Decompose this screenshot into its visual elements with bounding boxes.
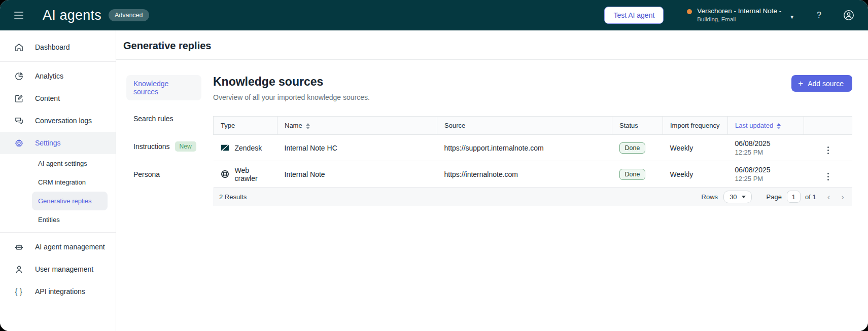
sidebar-subitem-label: Entities xyxy=(38,216,60,224)
sidebar-subitem-label: Generative replies xyxy=(38,197,92,205)
sort-icon xyxy=(777,123,781,129)
updated-date: 06/08/2025 xyxy=(735,166,797,174)
knowledge-sources-table: Type Name Source Status Import frequency… xyxy=(213,116,852,188)
updated-time: 12:25 PM xyxy=(735,149,797,156)
new-badge: New xyxy=(175,141,196,152)
column-header-name[interactable]: Name xyxy=(277,117,437,135)
column-label: Import frequency xyxy=(670,122,720,129)
page-total: of 1 xyxy=(805,193,816,201)
globe-icon xyxy=(221,170,229,178)
account-name: Verschoren - Internal Note - xyxy=(697,7,781,16)
tab-label: Persona xyxy=(133,170,160,178)
sidebar-divider xyxy=(0,232,116,233)
source-type: Web crawler xyxy=(235,166,270,182)
plan-badge: Advanced xyxy=(109,9,149,21)
previous-page-button[interactable]: ‹ xyxy=(827,193,830,201)
hamburger-menu-icon[interactable] xyxy=(14,12,23,19)
import-frequency: Weekly xyxy=(663,161,728,188)
sidebar-subitem-label: CRM integration xyxy=(38,178,86,186)
sidebar-subitem-ai-agent-settings[interactable]: AI agent settings xyxy=(0,154,116,173)
sort-icon xyxy=(306,123,310,129)
sidebar-subitem-crm-integration[interactable]: CRM integration xyxy=(0,173,116,192)
table-row: Web crawler Internal Note https://intern… xyxy=(214,161,852,188)
pie-chart-icon xyxy=(14,71,24,81)
sidebar-item-label: User management xyxy=(35,265,93,273)
add-source-label: Add source xyxy=(808,80,844,88)
status-badge: Done xyxy=(619,142,646,154)
person-icon xyxy=(14,264,24,274)
tab-persona[interactable]: Persona xyxy=(126,166,167,183)
source-type: Zendesk xyxy=(235,144,262,152)
kebab-menu-icon[interactable] xyxy=(827,146,829,154)
source-name: Internal Note HC xyxy=(277,135,437,161)
kebab-menu-icon[interactable] xyxy=(827,173,829,180)
home-icon xyxy=(14,42,24,52)
top-bar: AI agents Advanced Test AI agent Verscho… xyxy=(0,0,868,30)
column-header-actions xyxy=(804,117,852,135)
column-header-source[interactable]: Source xyxy=(437,117,612,135)
next-page-button[interactable]: › xyxy=(841,193,844,201)
sidebar-item-settings[interactable]: Settings xyxy=(0,132,116,154)
account-detail: Building, Email xyxy=(697,16,781,23)
edit-square-icon xyxy=(14,93,24,103)
avatar-icon[interactable] xyxy=(843,9,855,21)
sidebar-item-label: API integrations xyxy=(35,287,85,296)
column-label: Name xyxy=(285,122,302,129)
robot-icon xyxy=(14,242,24,252)
column-label: Type xyxy=(221,122,235,129)
app-title: AI agents xyxy=(43,8,101,23)
updated-time: 12:25 PM xyxy=(735,175,797,182)
rows-label: Rows xyxy=(702,193,718,201)
plus-icon: + xyxy=(798,79,803,88)
column-header-last-updated[interactable]: Last updated xyxy=(728,117,804,135)
source-url: https://support.internalnote.com xyxy=(437,135,612,161)
subnav: Knowledge sources Search rules Instructi… xyxy=(126,75,213,331)
help-icon[interactable]: ? xyxy=(817,11,821,20)
sidebar-item-ai-agent-management[interactable]: AI agent management xyxy=(0,236,116,258)
source-name: Internal Note xyxy=(277,161,437,188)
column-label: Status xyxy=(619,122,638,129)
sidebar-item-label: Settings xyxy=(35,139,61,147)
chevron-down-icon: ▼ xyxy=(789,14,794,20)
rows-per-page-select[interactable]: 30 xyxy=(723,191,751,203)
caret-down-icon xyxy=(742,196,746,198)
page-number-input[interactable] xyxy=(787,191,801,203)
column-label: Source xyxy=(444,122,465,129)
import-frequency: Weekly xyxy=(663,135,728,161)
add-source-button[interactable]: + Add source xyxy=(791,75,852,92)
updated-date: 06/08/2025 xyxy=(735,139,797,148)
knowledge-sources-panel: Knowledge sources Overview of all your i… xyxy=(213,75,852,331)
sidebar-item-user-management[interactable]: User management xyxy=(0,258,116,280)
page-label: Page xyxy=(767,193,782,201)
gear-icon xyxy=(14,138,24,148)
org-status-dot xyxy=(687,9,692,14)
sidebar-item-label: AI agent management xyxy=(35,243,105,251)
sidebar-item-analytics[interactable]: Analytics xyxy=(0,65,116,87)
tab-knowledge-sources[interactable]: Knowledge sources xyxy=(126,75,201,100)
status-badge: Done xyxy=(619,169,646,180)
chat-bubbles-icon xyxy=(14,116,24,126)
tab-search-rules[interactable]: Search rules xyxy=(126,110,181,127)
section-subheading: Overview of all your imported knowledge … xyxy=(213,93,370,101)
account-menu[interactable]: Verschoren - Internal Note - Building, E… xyxy=(687,7,794,23)
column-header-status[interactable]: Status xyxy=(612,117,663,135)
test-ai-agent-button[interactable]: Test AI agent xyxy=(604,7,664,24)
sidebar-subitem-entities[interactable]: Entities xyxy=(0,210,116,229)
table-footer: 2 Results Rows 30 Page of 1 ‹ › xyxy=(213,188,852,206)
table-row: Zendesk Internal Note HC https://support… xyxy=(214,135,852,161)
sidebar-item-api-integrations[interactable]: { } API integrations xyxy=(0,280,116,303)
column-header-type[interactable]: Type xyxy=(214,117,277,135)
sidebar-divider xyxy=(0,61,116,62)
column-label: Last updated xyxy=(735,122,773,129)
tab-label: Knowledge sources xyxy=(133,80,194,96)
sidebar: Dashboard Analytics Content Conversation xyxy=(0,30,116,331)
sidebar-item-content[interactable]: Content xyxy=(0,87,116,109)
sidebar-item-dashboard[interactable]: Dashboard xyxy=(0,36,116,58)
sidebar-item-conversation-logs[interactable]: Conversation logs xyxy=(0,109,116,132)
page-title: Generative replies xyxy=(123,40,868,52)
table-header-row: Type Name Source Status Import frequency… xyxy=(214,117,852,135)
sidebar-subitem-generative-replies[interactable]: Generative replies xyxy=(32,192,108,210)
tab-instructions[interactable]: Instructions New xyxy=(126,137,203,156)
column-header-import-frequency[interactable]: Import frequency xyxy=(663,117,728,135)
source-url: https://internalnote.com xyxy=(437,161,612,188)
